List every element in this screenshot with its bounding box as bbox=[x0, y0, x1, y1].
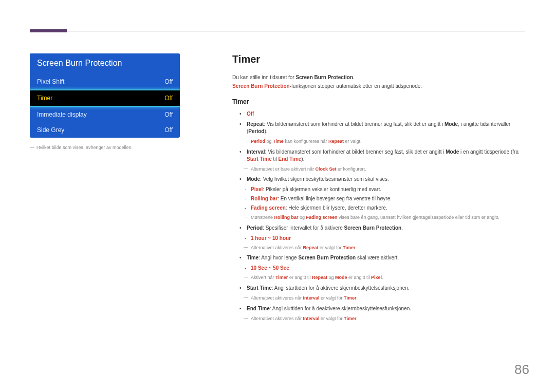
sub-rolling-bar: Rolling bar: En vertikal linje beveger s… bbox=[242, 195, 525, 202]
t: : En vertikal linje beveger seg fra vens… bbox=[278, 196, 392, 201]
t: Interval bbox=[303, 295, 320, 301]
page-number: 86 bbox=[514, 362, 529, 378]
item-end-time: End Time: Angi sluttiden for å deaktiver… bbox=[242, 305, 525, 312]
t: : Spesifiser intervallet for å aktivere bbox=[263, 225, 344, 231]
note-time: Aktivert når Timer er angitt til Repeat … bbox=[242, 274, 525, 281]
t: Period bbox=[251, 139, 265, 144]
t: Repeat bbox=[303, 245, 319, 250]
t: Du kan stille inn tidsuret for bbox=[232, 74, 295, 80]
t: : Vis bildemønsteret som forhindrer at b… bbox=[264, 121, 445, 127]
t: Start Time bbox=[247, 285, 272, 291]
t: Period bbox=[247, 225, 263, 231]
note-repeat: Period og Time kan konfigureres når Repe… bbox=[242, 138, 525, 145]
t: . bbox=[355, 245, 357, 250]
t: er valgt for bbox=[320, 316, 344, 321]
t: Repeat bbox=[328, 139, 344, 144]
t: End Time bbox=[247, 306, 270, 311]
t: Time bbox=[273, 139, 284, 144]
t: End Time bbox=[279, 156, 302, 162]
t: . bbox=[353, 74, 355, 80]
t: : Piksler på skjermen veksler kontinuerl… bbox=[263, 186, 381, 192]
sub-time-range: 10 Sec ~ 50 Sec bbox=[242, 265, 525, 272]
t: Screen Burn Protection bbox=[232, 83, 290, 89]
t: Mode bbox=[335, 275, 347, 280]
note-period: Alternativet aktiveres når Repeat er val… bbox=[242, 245, 525, 251]
caption-dash: ― bbox=[30, 145, 34, 150]
t: Time bbox=[247, 255, 258, 260]
settings-row-value: Off bbox=[164, 95, 173, 102]
t: er angitt til bbox=[288, 275, 312, 280]
t: Interval bbox=[303, 316, 320, 321]
item-time: Time: Angi hvor lenge Screen Burn Protec… bbox=[242, 254, 525, 262]
item-interval: Interval: Vis bildemønsteret som forhind… bbox=[242, 148, 525, 163]
t: . bbox=[356, 295, 358, 301]
t: Repeat bbox=[247, 121, 264, 127]
t: Mode bbox=[247, 176, 260, 182]
t: Alternativet aktiveres når bbox=[251, 295, 303, 301]
settings-panel-container: Screen Burn Protection Pixel Shift Off T… bbox=[30, 53, 180, 150]
item-mode: Mode: Velg hvilket skjermbeskyttelsesmøn… bbox=[242, 176, 525, 183]
sub-pixel: Pixel: Piksler på skjermen veksler konti… bbox=[242, 186, 525, 193]
settings-panel: Screen Burn Protection Pixel Shift Off T… bbox=[30, 53, 180, 138]
sub-fading-screen: Fading screen: Hele skjermen blir lysere… bbox=[242, 204, 525, 212]
t: Mode bbox=[446, 149, 459, 155]
t: er valgt for bbox=[319, 245, 343, 250]
t: : Hele skjermen blir lysere, deretter mø… bbox=[286, 205, 387, 211]
t: og bbox=[327, 275, 335, 280]
heading-timer: Timer bbox=[232, 53, 525, 65]
content-column: Timer Du kan stille inn tidsuret for Scr… bbox=[232, 53, 525, 325]
note-end-time: Alternativet aktiveres når Interval er v… bbox=[242, 315, 525, 322]
t: Timer bbox=[344, 316, 356, 321]
t: Rolling bar bbox=[274, 215, 299, 220]
t: : Angi starttiden for å aktivere skjermb… bbox=[272, 285, 410, 291]
t: Repeat bbox=[312, 275, 327, 280]
t: Pixel bbox=[371, 275, 382, 280]
t: og bbox=[265, 139, 273, 144]
t: . bbox=[401, 225, 403, 231]
t: Interval bbox=[247, 149, 265, 155]
note-interval: Alternativet er bare aktivert når Clock … bbox=[242, 166, 525, 173]
settings-row-side-grey[interactable]: Side Grey Off bbox=[30, 122, 180, 138]
item-off: Off bbox=[242, 110, 525, 118]
settings-row-label: Immediate display bbox=[37, 111, 87, 118]
item-period: Period: Spesifiser intervallet for å akt… bbox=[242, 225, 525, 232]
settings-row-timer[interactable]: Timer Off bbox=[30, 89, 180, 107]
t: Timer bbox=[275, 275, 288, 280]
settings-row-value: Off bbox=[164, 111, 173, 118]
t: Mønstrene bbox=[251, 215, 274, 220]
item-repeat: Repeat: Vis bildemønsteret som forhindre… bbox=[242, 121, 525, 135]
t: Screen Burn Protection bbox=[344, 225, 402, 231]
t: Screen Burn Protection bbox=[295, 74, 353, 80]
t: Rolling bar bbox=[251, 196, 278, 201]
settings-row-label: Timer bbox=[37, 95, 52, 102]
t: Timer bbox=[343, 245, 355, 250]
t: Alternativet er bare aktivert når bbox=[251, 166, 316, 172]
t: : Angi hvor lenge bbox=[258, 255, 298, 260]
sub-period-range: 1 hour ~ 10 hour bbox=[242, 235, 525, 242]
t: skal være aktivert. bbox=[356, 255, 399, 260]
t: Pixel bbox=[251, 186, 263, 192]
t: Alternativet aktiveres når bbox=[251, 245, 303, 250]
t: er angitt til bbox=[347, 275, 371, 280]
note-start-time: Alternativet aktiveres når Interval er v… bbox=[242, 295, 525, 302]
subheading-timer: Timer bbox=[232, 98, 525, 105]
options-list: Off Repeat: Vis bildemønsteret som forhi… bbox=[232, 110, 525, 322]
intro-line-1: Du kan stille inn tidsuret for Screen Bu… bbox=[232, 74, 525, 80]
settings-row-immediate-display[interactable]: Immediate display Off bbox=[30, 107, 180, 122]
t: Alternativet aktiveres når bbox=[251, 316, 303, 321]
t: ). bbox=[264, 128, 267, 134]
t: Clock Set bbox=[316, 166, 337, 172]
settings-row-value: Off bbox=[164, 126, 173, 134]
t: Aktivert når bbox=[251, 275, 275, 280]
item-start-time: Start Time: Angi starttiden for å aktive… bbox=[242, 285, 525, 292]
t: vises bare én gang, uansett hvilken gjen… bbox=[338, 215, 499, 220]
t: Screen Burn Protection bbox=[298, 255, 356, 260]
intro-line-2: Screen Burn Protection-funksjonen stoppe… bbox=[232, 83, 525, 89]
t: Fading screen bbox=[251, 205, 286, 211]
t: og bbox=[299, 215, 306, 220]
t: kan konfigureres når bbox=[284, 139, 328, 144]
t: Period bbox=[248, 128, 264, 134]
t: til bbox=[272, 156, 279, 162]
t: 1 hour ~ 10 hour bbox=[251, 235, 291, 241]
settings-row-pixel-shift[interactable]: Pixel Shift Off bbox=[30, 74, 180, 89]
